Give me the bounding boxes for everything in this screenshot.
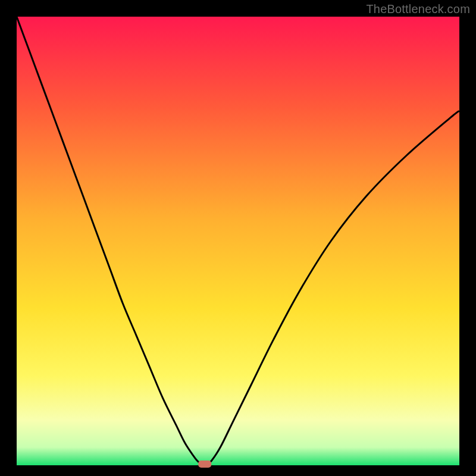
minimum-marker — [198, 461, 211, 468]
chart-frame: TheBottleneck.com — [0, 0, 476, 476]
plot-area — [17, 17, 459, 465]
watermark-text: TheBottleneck.com — [366, 2, 470, 16]
chart-canvas — [0, 0, 476, 476]
